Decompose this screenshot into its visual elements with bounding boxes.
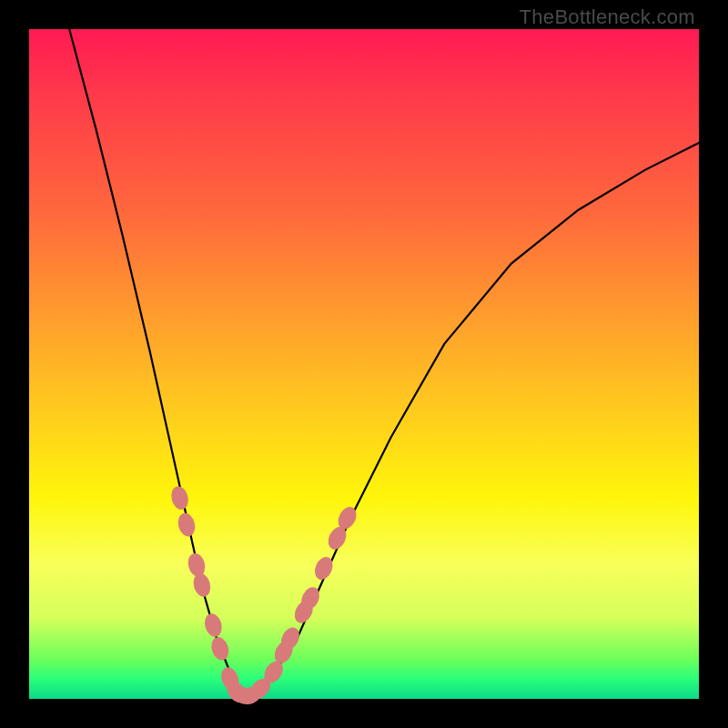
bottleneck-curve <box>69 29 699 695</box>
chart-svg <box>29 29 699 699</box>
chart-frame: TheBottleneck.com <box>0 0 728 728</box>
plot-area <box>29 29 699 699</box>
data-bead <box>191 571 213 599</box>
data-bead <box>208 635 231 662</box>
watermark-text: TheBottleneck.com <box>520 5 695 29</box>
data-bead <box>186 551 207 579</box>
data-bead <box>202 612 224 639</box>
data-bead <box>176 511 197 539</box>
beads-layer <box>169 484 360 707</box>
data-bead <box>169 484 191 511</box>
curve-layer <box>69 29 699 695</box>
